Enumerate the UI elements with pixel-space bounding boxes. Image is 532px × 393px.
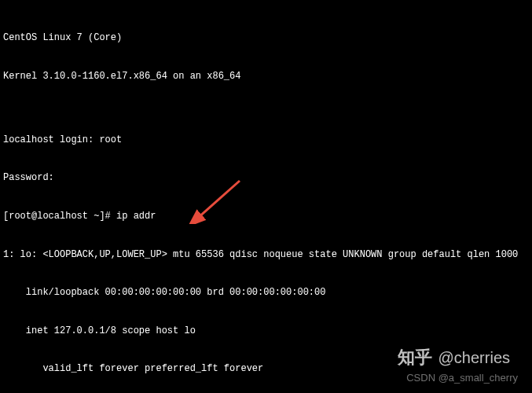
terminal-output: CentOS Linux 7 (Core) Kernel 3.10.0-1160… xyxy=(0,0,532,393)
zhihu-username: @cherries xyxy=(438,347,510,369)
terminal-line: Kernel 3.10.0-1160.el7.x86_64 on an x86_… xyxy=(3,70,529,83)
terminal-line: inet 127.0.0.1/8 scope host lo xyxy=(3,325,529,337)
zhihu-logo-icon: 知乎 xyxy=(398,346,432,369)
terminal-line: 1: lo: <LOOPBACK,UP,LOWER_UP> mtu 65536 … xyxy=(3,248,529,261)
terminal-line: Password: xyxy=(3,171,529,184)
terminal-line: link/loopback 00:00:00:00:00:00 brd 00:0… xyxy=(3,286,529,299)
watermark-csdn: CSDN @a_small_cherry xyxy=(406,371,518,385)
watermark-zhihu: 知乎 @cherries xyxy=(398,346,510,369)
terminal-line: CentOS Linux 7 (Core) xyxy=(3,31,529,44)
terminal-line: localhost login: root xyxy=(3,134,529,146)
terminal-line: [root@localhost ~]# ip addr xyxy=(3,210,529,222)
